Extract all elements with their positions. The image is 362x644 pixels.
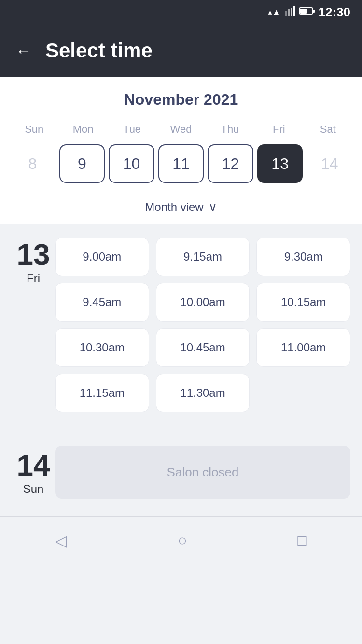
time-slot[interactable]: 11.00am bbox=[256, 328, 350, 367]
time-slot[interactable]: 10.45am bbox=[156, 328, 250, 367]
status-time: 12:30 bbox=[319, 5, 351, 20]
dates-row: 891011121314 bbox=[10, 144, 352, 193]
weekday-label: Fri bbox=[254, 120, 303, 139]
status-bar: ▴▲ 12:30 bbox=[0, 0, 362, 24]
time-slot[interactable]: 10.15am bbox=[256, 283, 350, 322]
weekday-label: Thu bbox=[206, 120, 254, 139]
date-cell[interactable]: 10 bbox=[109, 144, 154, 183]
svg-rect-5 bbox=[300, 9, 307, 14]
date-cell[interactable]: 8 bbox=[10, 144, 56, 183]
time-slot[interactable]: 9.30am bbox=[256, 238, 350, 276]
time-slot[interactable]: 9.00am bbox=[55, 238, 149, 276]
weekday-label: Wed bbox=[156, 120, 205, 139]
weekday-label: Mon bbox=[58, 120, 107, 139]
weekday-label: Sat bbox=[304, 120, 352, 139]
salon-closed-label: Salon closed bbox=[167, 465, 239, 480]
header: ← Select time bbox=[0, 24, 362, 77]
svg-rect-3 bbox=[293, 6, 295, 16]
date-cell[interactable]: 12 bbox=[208, 144, 253, 183]
time-slot[interactable]: 10.30am bbox=[55, 328, 149, 367]
day14-section: 14 Sun Salon closed bbox=[0, 436, 362, 516]
section-divider bbox=[0, 431, 362, 431]
svg-rect-6 bbox=[313, 10, 315, 13]
nav-home-icon[interactable]: ○ bbox=[178, 532, 187, 549]
time-slot[interactable]: 11.30am bbox=[156, 374, 250, 412]
salon-closed-box: Salon closed bbox=[55, 446, 350, 499]
day13-number: 13 bbox=[17, 239, 50, 269]
time-slot[interactable]: 9.45am bbox=[55, 283, 149, 322]
nav-bar: ◁ ○ □ bbox=[0, 516, 362, 564]
weekday-label: Tue bbox=[108, 120, 156, 139]
day13-slots-grid: 9.00am9.15am9.30am9.45am10.00am10.15am10… bbox=[55, 238, 350, 412]
nav-back-icon[interactable]: ◁ bbox=[55, 532, 67, 550]
back-button[interactable]: ← bbox=[15, 42, 32, 59]
svg-rect-2 bbox=[291, 8, 292, 16]
day13-section: 13 Fri 9.00am9.15am9.30am9.45am10.00am10… bbox=[0, 224, 362, 426]
date-cell[interactable]: 9 bbox=[59, 144, 105, 183]
day13-header: 13 Fri 9.00am9.15am9.30am9.45am10.00am10… bbox=[12, 238, 350, 412]
time-slot[interactable]: 11.15am bbox=[55, 374, 149, 412]
day14-number: 14 bbox=[17, 450, 50, 480]
date-cell[interactable]: 11 bbox=[158, 144, 204, 183]
month-view-label[interactable]: Month view bbox=[145, 200, 203, 214]
time-slot[interactable]: 10.00am bbox=[156, 283, 250, 322]
time-slot[interactable]: 9.15am bbox=[156, 238, 250, 276]
svg-rect-0 bbox=[285, 11, 287, 16]
signal-icon bbox=[285, 6, 295, 19]
wifi-icon: ▴▲ bbox=[268, 7, 281, 17]
day13-name: Fri bbox=[27, 271, 40, 285]
chevron-down-icon[interactable]: ∨ bbox=[209, 200, 217, 214]
date-cell[interactable]: 13 bbox=[257, 144, 303, 183]
page-title: Select time bbox=[45, 39, 153, 62]
svg-rect-1 bbox=[288, 9, 290, 16]
status-icons: ▴▲ 12:30 bbox=[268, 5, 350, 20]
date-cell[interactable]: 14 bbox=[306, 144, 352, 183]
battery-icon bbox=[299, 7, 315, 18]
month-view-toggle[interactable]: Month view ∨ bbox=[0, 193, 362, 224]
day13-number-block: 13 Fri bbox=[12, 238, 55, 285]
day14-number-block: 14 Sun bbox=[12, 448, 55, 496]
month-year-label: November 2021 bbox=[10, 91, 352, 109]
calendar-section: November 2021 SunMonTueWedThuFriSat 8910… bbox=[0, 77, 362, 193]
weekday-label: Sun bbox=[10, 120, 58, 139]
nav-recent-icon[interactable]: □ bbox=[297, 532, 306, 549]
weekday-labels: SunMonTueWedThuFriSat bbox=[10, 120, 352, 139]
day14-name: Sun bbox=[23, 482, 44, 496]
